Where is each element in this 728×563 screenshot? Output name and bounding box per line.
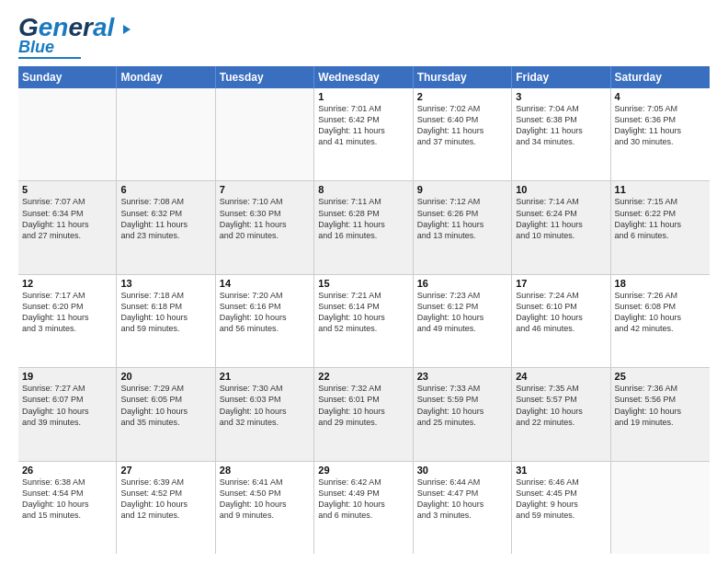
day-number: 2 xyxy=(417,91,507,102)
calendar-cell-3-4: 15Sunrise: 7:21 AMSunset: 6:14 PMDayligh… xyxy=(314,275,413,367)
calendar-cell-1-6: 3Sunrise: 7:04 AMSunset: 6:38 PMDaylight… xyxy=(512,88,610,180)
day-number: 25 xyxy=(615,371,706,382)
day-number: 6 xyxy=(120,184,210,195)
day-number: 14 xyxy=(220,278,310,289)
calendar-cell-4-6: 24Sunrise: 7:35 AMSunset: 5:57 PMDayligh… xyxy=(512,368,610,460)
day-number: 5 xyxy=(22,184,112,195)
calendar-week-2: 5Sunrise: 7:07 AMSunset: 6:34 PMDaylight… xyxy=(18,181,710,274)
calendar-cell-1-4: 1Sunrise: 7:01 AMSunset: 6:42 PMDaylight… xyxy=(314,88,413,180)
logo-arrow-icon xyxy=(123,25,131,34)
day-number: 30 xyxy=(417,465,507,476)
calendar-cell-2-3: 7Sunrise: 7:10 AMSunset: 6:30 PMDaylight… xyxy=(216,181,314,273)
calendar-cell-2-2: 6Sunrise: 7:08 AMSunset: 6:32 PMDaylight… xyxy=(117,181,215,273)
day-info: Sunrise: 7:18 AMSunset: 6:18 PMDaylight:… xyxy=(120,290,210,335)
day-header-friday: Friday xyxy=(512,66,610,88)
day-header-saturday: Saturday xyxy=(611,66,710,88)
calendar-cell-2-1: 5Sunrise: 7:07 AMSunset: 6:34 PMDaylight… xyxy=(18,181,117,273)
day-header-monday: Monday xyxy=(117,66,215,88)
calendar-cell-4-3: 21Sunrise: 7:30 AMSunset: 6:03 PMDayligh… xyxy=(216,368,314,460)
day-info: Sunrise: 6:39 AMSunset: 4:52 PMDaylight:… xyxy=(120,477,210,522)
day-number: 20 xyxy=(120,371,210,382)
day-header-thursday: Thursday xyxy=(414,66,512,88)
calendar-cell-3-3: 14Sunrise: 7:20 AMSunset: 6:16 PMDayligh… xyxy=(216,275,314,367)
day-info: Sunrise: 7:32 AMSunset: 6:01 PMDaylight:… xyxy=(318,383,408,428)
day-info: Sunrise: 7:08 AMSunset: 6:32 PMDaylight:… xyxy=(120,196,210,241)
day-info: Sunrise: 7:01 AMSunset: 6:42 PMDaylight:… xyxy=(318,103,408,148)
calendar-cell-2-7: 11Sunrise: 7:15 AMSunset: 6:22 PMDayligh… xyxy=(611,181,710,273)
calendar-cell-1-7: 4Sunrise: 7:05 AMSunset: 6:36 PMDaylight… xyxy=(611,88,710,180)
calendar-cell-1-1 xyxy=(18,88,117,180)
day-info: Sunrise: 7:29 AMSunset: 6:05 PMDaylight:… xyxy=(120,383,210,428)
day-number: 22 xyxy=(318,371,408,382)
calendar: SundayMondayTuesdayWednesdayThursdayFrid… xyxy=(18,66,710,554)
calendar-cell-4-2: 20Sunrise: 7:29 AMSunset: 6:05 PMDayligh… xyxy=(117,368,215,460)
calendar-cell-1-2 xyxy=(117,88,215,180)
calendar-cell-3-5: 16Sunrise: 7:23 AMSunset: 6:12 PMDayligh… xyxy=(414,275,512,367)
calendar-week-5: 26Sunrise: 6:38 AMSunset: 4:54 PMDayligh… xyxy=(18,462,710,554)
calendar-body: 1Sunrise: 7:01 AMSunset: 6:42 PMDaylight… xyxy=(18,88,710,554)
day-info: Sunrise: 7:27 AMSunset: 6:07 PMDaylight:… xyxy=(22,383,112,428)
day-number: 9 xyxy=(417,184,507,195)
calendar-cell-3-6: 17Sunrise: 7:24 AMSunset: 6:10 PMDayligh… xyxy=(512,275,610,367)
day-info: Sunrise: 7:15 AMSunset: 6:22 PMDaylight:… xyxy=(615,196,706,241)
logo: General Blue xyxy=(18,15,131,59)
day-number: 23 xyxy=(417,371,507,382)
day-number: 29 xyxy=(318,465,408,476)
day-number: 28 xyxy=(220,465,310,476)
calendar-week-3: 12Sunrise: 7:17 AMSunset: 6:20 PMDayligh… xyxy=(18,275,710,368)
calendar-cell-5-3: 28Sunrise: 6:41 AMSunset: 4:50 PMDayligh… xyxy=(216,462,314,554)
day-number: 17 xyxy=(516,278,606,289)
day-info: Sunrise: 7:17 AMSunset: 6:20 PMDaylight:… xyxy=(22,290,112,335)
day-number: 16 xyxy=(417,278,507,289)
logo-blue-text: Blue xyxy=(18,39,54,55)
day-info: Sunrise: 7:35 AMSunset: 5:57 PMDaylight:… xyxy=(516,383,606,428)
day-info: Sunrise: 7:07 AMSunset: 6:34 PMDaylight:… xyxy=(22,196,112,241)
day-number: 10 xyxy=(516,184,606,195)
day-number: 27 xyxy=(120,465,210,476)
day-number: 18 xyxy=(615,278,706,289)
day-info: Sunrise: 7:02 AMSunset: 6:40 PMDaylight:… xyxy=(417,103,507,148)
day-info: Sunrise: 6:42 AMSunset: 4:49 PMDaylight:… xyxy=(318,477,408,522)
day-info: Sunrise: 7:12 AMSunset: 6:26 PMDaylight:… xyxy=(417,196,507,241)
day-number: 12 xyxy=(22,278,112,289)
day-info: Sunrise: 7:36 AMSunset: 5:56 PMDaylight:… xyxy=(615,383,706,428)
calendar-cell-5-2: 27Sunrise: 6:39 AMSunset: 4:52 PMDayligh… xyxy=(117,462,215,554)
calendar-header: SundayMondayTuesdayWednesdayThursdayFrid… xyxy=(18,66,710,88)
calendar-week-4: 19Sunrise: 7:27 AMSunset: 6:07 PMDayligh… xyxy=(18,368,710,461)
day-info: Sunrise: 7:23 AMSunset: 6:12 PMDaylight:… xyxy=(417,290,507,335)
day-info: Sunrise: 6:44 AMSunset: 4:47 PMDaylight:… xyxy=(417,477,507,522)
calendar-cell-5-7 xyxy=(611,462,710,554)
calendar-cell-5-4: 29Sunrise: 6:42 AMSunset: 4:49 PMDayligh… xyxy=(314,462,413,554)
calendar-cell-1-3 xyxy=(216,88,314,180)
calendar-cell-5-6: 31Sunrise: 6:46 AMSunset: 4:45 PMDayligh… xyxy=(512,462,610,554)
calendar-cell-3-7: 18Sunrise: 7:26 AMSunset: 6:08 PMDayligh… xyxy=(611,275,710,367)
day-info: Sunrise: 7:26 AMSunset: 6:08 PMDaylight:… xyxy=(615,290,706,335)
calendar-cell-2-5: 9Sunrise: 7:12 AMSunset: 6:26 PMDaylight… xyxy=(414,181,512,273)
calendar-cell-2-6: 10Sunrise: 7:14 AMSunset: 6:24 PMDayligh… xyxy=(512,181,610,273)
day-info: Sunrise: 7:24 AMSunset: 6:10 PMDaylight:… xyxy=(516,290,606,335)
day-number: 1 xyxy=(318,91,408,102)
calendar-cell-2-4: 8Sunrise: 7:11 AMSunset: 6:28 PMDaylight… xyxy=(314,181,413,273)
day-info: Sunrise: 7:11 AMSunset: 6:28 PMDaylight:… xyxy=(318,196,408,241)
calendar-cell-4-5: 23Sunrise: 7:33 AMSunset: 5:59 PMDayligh… xyxy=(414,368,512,460)
day-header-tuesday: Tuesday xyxy=(216,66,314,88)
day-header-wednesday: Wednesday xyxy=(314,66,413,88)
day-info: Sunrise: 7:30 AMSunset: 6:03 PMDaylight:… xyxy=(220,383,310,428)
day-info: Sunrise: 7:20 AMSunset: 6:16 PMDaylight:… xyxy=(220,290,310,335)
day-number: 4 xyxy=(615,91,706,102)
day-number: 21 xyxy=(220,371,310,382)
calendar-cell-4-7: 25Sunrise: 7:36 AMSunset: 5:56 PMDayligh… xyxy=(611,368,710,460)
day-info: Sunrise: 7:05 AMSunset: 6:36 PMDaylight:… xyxy=(615,103,706,148)
day-info: Sunrise: 6:41 AMSunset: 4:50 PMDaylight:… xyxy=(220,477,310,522)
day-number: 7 xyxy=(220,184,310,195)
page: General Blue SundayMondayTuesdayWednesda… xyxy=(0,0,728,563)
day-header-sunday: Sunday xyxy=(18,66,117,88)
day-number: 15 xyxy=(318,278,408,289)
day-info: Sunrise: 7:04 AMSunset: 6:38 PMDaylight:… xyxy=(516,103,606,148)
calendar-cell-1-5: 2Sunrise: 7:02 AMSunset: 6:40 PMDaylight… xyxy=(414,88,512,180)
calendar-cell-4-4: 22Sunrise: 7:32 AMSunset: 6:01 PMDayligh… xyxy=(314,368,413,460)
day-number: 13 xyxy=(120,278,210,289)
calendar-cell-3-1: 12Sunrise: 7:17 AMSunset: 6:20 PMDayligh… xyxy=(18,275,117,367)
header: General Blue xyxy=(18,15,710,59)
calendar-cell-4-1: 19Sunrise: 7:27 AMSunset: 6:07 PMDayligh… xyxy=(18,368,117,460)
